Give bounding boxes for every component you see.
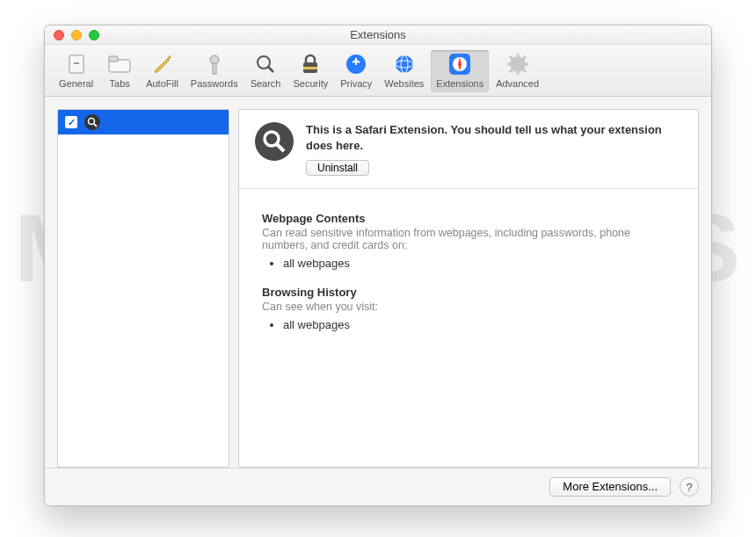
tab-advanced[interactable]: Advanced <box>491 50 544 92</box>
gear-icon <box>505 52 530 76</box>
tab-label: Extensions <box>436 78 483 89</box>
extensions-icon <box>447 52 472 76</box>
svg-line-23 <box>94 124 97 127</box>
permissions-bullet: all webpages <box>283 318 675 331</box>
permissions-heading: Browsing History <box>262 286 675 299</box>
tabs-icon <box>107 52 132 76</box>
tab-general[interactable]: General <box>54 50 98 92</box>
tab-search[interactable]: Search <box>245 50 287 92</box>
preferences-window: Extensions General Tabs AutoFill Passwor… <box>44 25 712 506</box>
svg-point-11 <box>396 55 413 73</box>
tab-passwords[interactable]: Passwords <box>185 50 244 92</box>
tab-security[interactable]: Security <box>287 50 333 92</box>
permissions-bullet: all webpages <box>283 257 675 270</box>
extension-search-icon <box>84 114 100 130</box>
uninstall-button[interactable]: Uninstall <box>306 160 369 176</box>
svg-point-22 <box>89 119 95 125</box>
svg-line-25 <box>277 144 284 151</box>
general-icon <box>64 52 89 76</box>
svg-line-7 <box>268 67 273 72</box>
detail-body: Webpage Contents Can read sensitive info… <box>239 189 698 370</box>
more-extensions-button[interactable]: More Extensions... <box>549 477 671 497</box>
tab-label: Websites <box>384 78 424 89</box>
key-icon <box>202 52 227 76</box>
tab-label: Search <box>251 78 281 89</box>
lock-icon <box>298 52 323 76</box>
tab-label: AutoFill <box>146 78 178 89</box>
svg-rect-9 <box>303 67 317 69</box>
svg-rect-3 <box>109 56 118 62</box>
tab-tabs[interactable]: Tabs <box>100 50 139 92</box>
extension-large-icon <box>255 122 294 161</box>
footer: More Extensions... ? <box>45 468 711 505</box>
extension-detail: This is a Safari Extension. You should t… <box>238 109 699 468</box>
autofill-icon <box>149 52 174 76</box>
permissions-subtext: Can read sensitive information from webp… <box>262 227 675 251</box>
privacy-icon <box>344 52 368 76</box>
toolbar: General Tabs AutoFill Passwords Search <box>45 45 711 97</box>
svg-point-24 <box>265 132 279 146</box>
detail-header: This is a Safari Extension. You should t… <box>239 110 698 189</box>
websites-icon <box>392 52 417 76</box>
tab-label: Privacy <box>340 78 372 89</box>
help-button[interactable]: ? <box>680 477 699 497</box>
tab-extensions[interactable]: Extensions <box>431 50 489 92</box>
titlebar: Extensions <box>45 25 711 45</box>
content-area: ✓ This is a Safari Extension. You should… <box>45 97 711 468</box>
svg-point-6 <box>258 56 270 69</box>
extension-list-item[interactable]: ✓ <box>58 110 229 134</box>
tab-label: Security <box>293 78 328 89</box>
tab-label: Passwords <box>191 78 238 89</box>
window-title: Extensions <box>45 28 711 41</box>
permissions-heading: Webpage Contents <box>262 212 675 225</box>
search-icon <box>253 52 278 76</box>
tab-autofill[interactable]: AutoFill <box>141 50 184 92</box>
permissions-subtext: Can see when you visit: <box>262 301 675 313</box>
tab-websites[interactable]: Websites <box>379 50 429 92</box>
extension-description: This is a Safari Extension. You should t… <box>306 122 682 153</box>
tab-privacy[interactable]: Privacy <box>335 50 377 92</box>
tab-label: General <box>59 78 93 89</box>
checkbox-icon[interactable]: ✓ <box>65 116 77 128</box>
svg-rect-1 <box>74 62 79 64</box>
svg-rect-5 <box>213 63 216 74</box>
tab-label: Tabs <box>110 78 130 89</box>
tab-label: Advanced <box>496 78 539 89</box>
extensions-sidebar: ✓ <box>57 109 229 468</box>
